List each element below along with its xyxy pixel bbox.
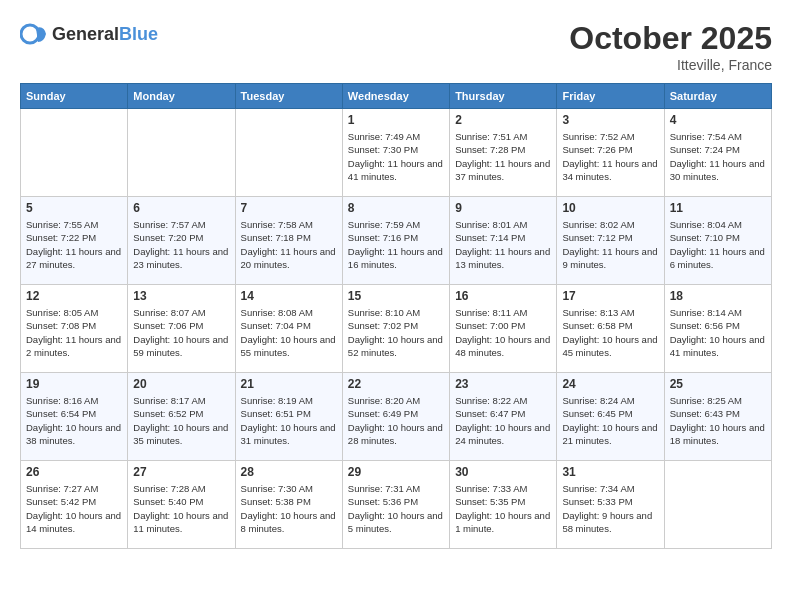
day-info: Sunrise: 8:20 AM Sunset: 6:49 PM Dayligh… — [348, 394, 444, 447]
calendar-cell: 29Sunrise: 7:31 AM Sunset: 5:36 PM Dayli… — [342, 461, 449, 549]
day-number: 3 — [562, 113, 658, 127]
week-row-5: 26Sunrise: 7:27 AM Sunset: 5:42 PM Dayli… — [21, 461, 772, 549]
calendar-cell: 8Sunrise: 7:59 AM Sunset: 7:16 PM Daylig… — [342, 197, 449, 285]
calendar-table: SundayMondayTuesdayWednesdayThursdayFrid… — [20, 83, 772, 549]
day-number: 30 — [455, 465, 551, 479]
day-number: 11 — [670, 201, 766, 215]
day-number: 12 — [26, 289, 122, 303]
logo-general: General — [52, 24, 119, 44]
day-number: 28 — [241, 465, 337, 479]
day-info: Sunrise: 7:28 AM Sunset: 5:40 PM Dayligh… — [133, 482, 229, 535]
calendar-cell: 27Sunrise: 7:28 AM Sunset: 5:40 PM Dayli… — [128, 461, 235, 549]
day-info: Sunrise: 8:01 AM Sunset: 7:14 PM Dayligh… — [455, 218, 551, 271]
logo-blue: Blue — [119, 24, 158, 44]
calendar-cell: 15Sunrise: 8:10 AM Sunset: 7:02 PM Dayli… — [342, 285, 449, 373]
day-number: 2 — [455, 113, 551, 127]
day-info: Sunrise: 7:57 AM Sunset: 7:20 PM Dayligh… — [133, 218, 229, 271]
day-info: Sunrise: 7:58 AM Sunset: 7:18 PM Dayligh… — [241, 218, 337, 271]
calendar-cell — [128, 109, 235, 197]
weekday-header-row: SundayMondayTuesdayWednesdayThursdayFrid… — [21, 84, 772, 109]
day-info: Sunrise: 8:22 AM Sunset: 6:47 PM Dayligh… — [455, 394, 551, 447]
day-info: Sunrise: 7:54 AM Sunset: 7:24 PM Dayligh… — [670, 130, 766, 183]
calendar-cell: 7Sunrise: 7:58 AM Sunset: 7:18 PM Daylig… — [235, 197, 342, 285]
week-row-1: 1Sunrise: 7:49 AM Sunset: 7:30 PM Daylig… — [21, 109, 772, 197]
weekday-header-monday: Monday — [128, 84, 235, 109]
calendar-cell — [664, 461, 771, 549]
calendar-cell: 30Sunrise: 7:33 AM Sunset: 5:35 PM Dayli… — [450, 461, 557, 549]
calendar-cell: 14Sunrise: 8:08 AM Sunset: 7:04 PM Dayli… — [235, 285, 342, 373]
day-number: 19 — [26, 377, 122, 391]
day-info: Sunrise: 7:30 AM Sunset: 5:38 PM Dayligh… — [241, 482, 337, 535]
weekday-header-sunday: Sunday — [21, 84, 128, 109]
calendar-cell: 31Sunrise: 7:34 AM Sunset: 5:33 PM Dayli… — [557, 461, 664, 549]
day-number: 17 — [562, 289, 658, 303]
day-info: Sunrise: 8:19 AM Sunset: 6:51 PM Dayligh… — [241, 394, 337, 447]
day-info: Sunrise: 8:04 AM Sunset: 7:10 PM Dayligh… — [670, 218, 766, 271]
calendar-cell: 2Sunrise: 7:51 AM Sunset: 7:28 PM Daylig… — [450, 109, 557, 197]
day-number: 23 — [455, 377, 551, 391]
calendar-cell: 3Sunrise: 7:52 AM Sunset: 7:26 PM Daylig… — [557, 109, 664, 197]
weekday-header-tuesday: Tuesday — [235, 84, 342, 109]
title-block: October 2025 Itteville, France — [569, 20, 772, 73]
day-number: 31 — [562, 465, 658, 479]
calendar-cell: 26Sunrise: 7:27 AM Sunset: 5:42 PM Dayli… — [21, 461, 128, 549]
calendar-cell: 20Sunrise: 8:17 AM Sunset: 6:52 PM Dayli… — [128, 373, 235, 461]
weekday-header-wednesday: Wednesday — [342, 84, 449, 109]
calendar-cell: 24Sunrise: 8:24 AM Sunset: 6:45 PM Dayli… — [557, 373, 664, 461]
day-number: 1 — [348, 113, 444, 127]
week-row-3: 12Sunrise: 8:05 AM Sunset: 7:08 PM Dayli… — [21, 285, 772, 373]
day-number: 14 — [241, 289, 337, 303]
calendar-cell — [21, 109, 128, 197]
week-row-4: 19Sunrise: 8:16 AM Sunset: 6:54 PM Dayli… — [21, 373, 772, 461]
day-number: 16 — [455, 289, 551, 303]
day-number: 4 — [670, 113, 766, 127]
calendar-cell: 25Sunrise: 8:25 AM Sunset: 6:43 PM Dayli… — [664, 373, 771, 461]
logo: GeneralBlue — [20, 20, 158, 48]
weekday-header-thursday: Thursday — [450, 84, 557, 109]
week-row-2: 5Sunrise: 7:55 AM Sunset: 7:22 PM Daylig… — [21, 197, 772, 285]
calendar-cell: 9Sunrise: 8:01 AM Sunset: 7:14 PM Daylig… — [450, 197, 557, 285]
day-info: Sunrise: 8:10 AM Sunset: 7:02 PM Dayligh… — [348, 306, 444, 359]
day-number: 15 — [348, 289, 444, 303]
logo-icon — [20, 20, 48, 48]
day-info: Sunrise: 8:05 AM Sunset: 7:08 PM Dayligh… — [26, 306, 122, 359]
day-number: 6 — [133, 201, 229, 215]
calendar-cell: 5Sunrise: 7:55 AM Sunset: 7:22 PM Daylig… — [21, 197, 128, 285]
day-number: 22 — [348, 377, 444, 391]
day-info: Sunrise: 8:02 AM Sunset: 7:12 PM Dayligh… — [562, 218, 658, 271]
calendar-cell: 28Sunrise: 7:30 AM Sunset: 5:38 PM Dayli… — [235, 461, 342, 549]
calendar-cell: 6Sunrise: 7:57 AM Sunset: 7:20 PM Daylig… — [128, 197, 235, 285]
day-number: 10 — [562, 201, 658, 215]
day-info: Sunrise: 7:34 AM Sunset: 5:33 PM Dayligh… — [562, 482, 658, 535]
calendar-cell: 12Sunrise: 8:05 AM Sunset: 7:08 PM Dayli… — [21, 285, 128, 373]
calendar-cell: 10Sunrise: 8:02 AM Sunset: 7:12 PM Dayli… — [557, 197, 664, 285]
day-info: Sunrise: 7:59 AM Sunset: 7:16 PM Dayligh… — [348, 218, 444, 271]
day-info: Sunrise: 7:31 AM Sunset: 5:36 PM Dayligh… — [348, 482, 444, 535]
day-number: 25 — [670, 377, 766, 391]
calendar-cell: 4Sunrise: 7:54 AM Sunset: 7:24 PM Daylig… — [664, 109, 771, 197]
day-number: 18 — [670, 289, 766, 303]
calendar-cell: 11Sunrise: 8:04 AM Sunset: 7:10 PM Dayli… — [664, 197, 771, 285]
day-info: Sunrise: 8:25 AM Sunset: 6:43 PM Dayligh… — [670, 394, 766, 447]
day-number: 21 — [241, 377, 337, 391]
day-info: Sunrise: 8:24 AM Sunset: 6:45 PM Dayligh… — [562, 394, 658, 447]
day-info: Sunrise: 8:14 AM Sunset: 6:56 PM Dayligh… — [670, 306, 766, 359]
day-number: 26 — [26, 465, 122, 479]
calendar-cell: 18Sunrise: 8:14 AM Sunset: 6:56 PM Dayli… — [664, 285, 771, 373]
calendar-cell: 19Sunrise: 8:16 AM Sunset: 6:54 PM Dayli… — [21, 373, 128, 461]
location: Itteville, France — [569, 57, 772, 73]
calendar-cell — [235, 109, 342, 197]
day-number: 9 — [455, 201, 551, 215]
svg-point-0 — [21, 25, 39, 43]
day-info: Sunrise: 8:08 AM Sunset: 7:04 PM Dayligh… — [241, 306, 337, 359]
day-number: 20 — [133, 377, 229, 391]
day-number: 27 — [133, 465, 229, 479]
calendar-cell: 13Sunrise: 8:07 AM Sunset: 7:06 PM Dayli… — [128, 285, 235, 373]
day-info: Sunrise: 7:55 AM Sunset: 7:22 PM Dayligh… — [26, 218, 122, 271]
day-number: 13 — [133, 289, 229, 303]
day-number: 5 — [26, 201, 122, 215]
calendar-cell: 22Sunrise: 8:20 AM Sunset: 6:49 PM Dayli… — [342, 373, 449, 461]
day-number: 8 — [348, 201, 444, 215]
calendar-cell: 17Sunrise: 8:13 AM Sunset: 6:58 PM Dayli… — [557, 285, 664, 373]
calendar-cell: 1Sunrise: 7:49 AM Sunset: 7:30 PM Daylig… — [342, 109, 449, 197]
